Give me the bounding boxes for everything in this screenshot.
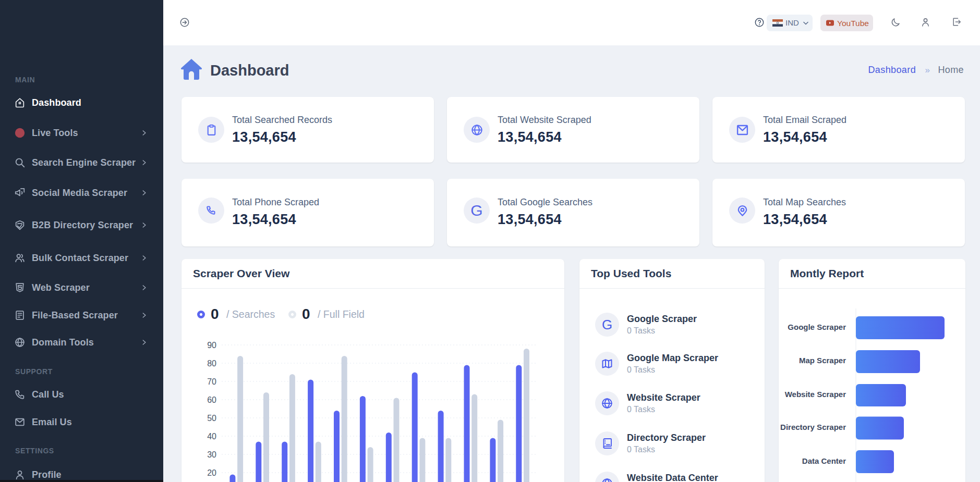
svg-text:30: 30 [207, 450, 216, 459]
svg-text:60: 60 [207, 396, 216, 404]
svg-text:Map Scraper: Map Scraper [799, 356, 846, 365]
svg-text:Website Scraper: Website Scraper [785, 390, 846, 399]
svg-text:90: 90 [207, 341, 216, 350]
svg-text:Data Center: Data Center [802, 456, 846, 465]
svg-text:Google Scraper: Google Scraper [788, 323, 846, 331]
svg-text:80: 80 [207, 359, 216, 368]
svg-text:40: 40 [207, 432, 216, 441]
svg-text:50: 50 [207, 414, 216, 423]
svg-text:Directory Scraper: Directory Scraper [780, 423, 846, 431]
svg-text:70: 70 [207, 377, 216, 386]
svg-text:20: 20 [207, 468, 216, 477]
